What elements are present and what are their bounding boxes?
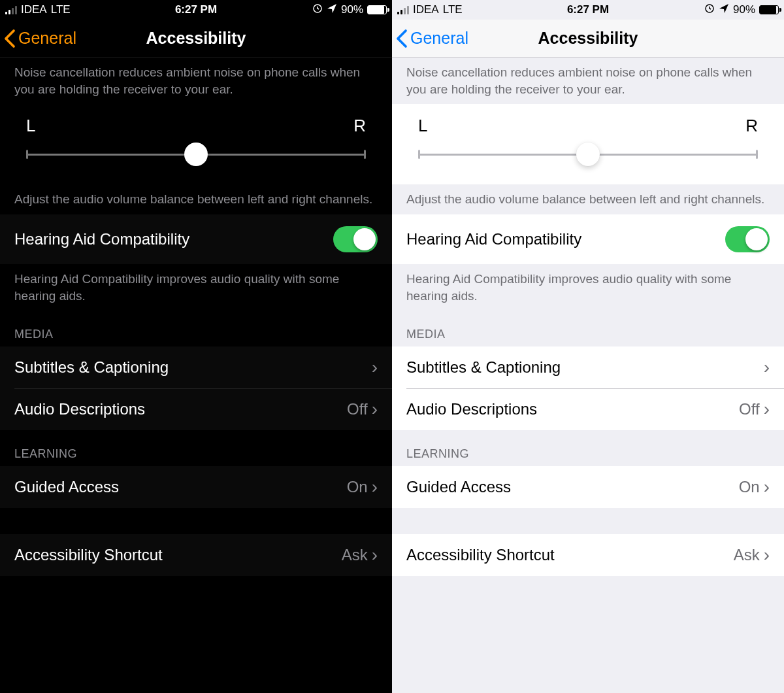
chevron-left-icon (396, 29, 408, 48)
screen-light: IDEA LTE 6:27 PM 90% General Accessibili… (392, 0, 784, 693)
accessibility-shortcut-row[interactable]: Accessibility Shortcut Ask › (0, 534, 392, 576)
hearing-aid-desc: Hearing Aid Compatibility improves audio… (392, 264, 784, 311)
signal-icon (397, 5, 409, 14)
back-button[interactable]: General (4, 20, 76, 57)
back-label: General (18, 29, 76, 48)
section-media: MEDIA (0, 311, 392, 346)
slider-thumb[interactable] (184, 143, 208, 166)
chevron-right-icon: › (372, 546, 378, 564)
battery-pct: 90% (341, 3, 363, 16)
carrier-label: IDEA (413, 3, 439, 16)
guided-access-row[interactable]: Guided Access On › (392, 466, 784, 508)
location-icon (719, 3, 729, 17)
slider-right-label: R (353, 116, 366, 136)
balance-slider-cell: L R (0, 104, 392, 184)
hearing-aid-toggle[interactable] (333, 226, 378, 252)
shortcut-value: Ask (342, 546, 368, 564)
chevron-right-icon: › (372, 358, 378, 377)
chevron-right-icon: › (764, 358, 770, 377)
audio-descriptions-row[interactable]: Audio Descriptions Off › (392, 388, 784, 430)
subtitles-label: Subtitles & Captioning (14, 358, 372, 377)
network-label: LTE (51, 3, 71, 16)
slider-right-label: R (745, 116, 758, 136)
slider-thumb[interactable] (576, 143, 600, 166)
nav-bar: General Accessibility (392, 20, 784, 58)
audio-desc-label: Audio Descriptions (406, 400, 739, 418)
audio-desc-label: Audio Descriptions (14, 400, 347, 418)
orientation-lock-icon (704, 3, 715, 17)
chevron-right-icon: › (372, 478, 378, 496)
slider-left-label: L (418, 116, 427, 136)
status-bar: IDEA LTE 6:27 PM 90% (0, 0, 392, 20)
balance-slider[interactable] (418, 141, 758, 167)
screen-dark: IDEA LTE 6:27 PM 90% General Accessibili… (0, 0, 392, 693)
hearing-aid-label: Hearing Aid Compatibility (14, 230, 333, 248)
section-media: MEDIA (392, 311, 784, 346)
status-bar: IDEA LTE 6:27 PM 90% (392, 0, 784, 20)
hearing-aid-toggle[interactable] (725, 226, 770, 252)
balance-slider[interactable] (26, 141, 366, 167)
location-icon (327, 3, 337, 17)
nav-bar: General Accessibility (0, 20, 392, 58)
shortcut-label: Accessibility Shortcut (406, 546, 734, 564)
subtitles-row[interactable]: Subtitles & Captioning › (392, 346, 784, 388)
balance-desc: Adjust the audio volume balance between … (392, 184, 784, 214)
slider-left-label: L (26, 116, 35, 136)
shortcut-label: Accessibility Shortcut (14, 546, 342, 564)
chevron-right-icon: › (764, 546, 770, 564)
battery-pct: 90% (733, 3, 755, 16)
carrier-label: IDEA (21, 3, 47, 16)
subtitles-row[interactable]: Subtitles & Captioning › (0, 346, 392, 388)
guided-value: On (347, 478, 368, 496)
guided-label: Guided Access (406, 478, 739, 496)
page-title: Accessibility (538, 29, 638, 48)
hearing-aid-desc: Hearing Aid Compatibility improves audio… (0, 264, 392, 311)
hearing-aid-row[interactable]: Hearing Aid Compatibility (0, 214, 392, 264)
noise-cancel-desc: Noise cancellation reduces ambient noise… (392, 58, 784, 104)
guided-value: On (739, 478, 760, 496)
audio-descriptions-row[interactable]: Audio Descriptions Off › (0, 388, 392, 430)
noise-cancel-desc: Noise cancellation reduces ambient noise… (0, 58, 392, 104)
balance-desc: Adjust the audio volume balance between … (0, 184, 392, 214)
chevron-left-icon (4, 29, 16, 48)
audio-desc-value: Off (347, 400, 368, 418)
hearing-aid-label: Hearing Aid Compatibility (406, 230, 725, 248)
shortcut-value: Ask (734, 546, 760, 564)
chevron-right-icon: › (764, 400, 770, 418)
chevron-right-icon: › (372, 400, 378, 418)
section-learning: LEARNING (0, 430, 392, 466)
signal-icon (5, 5, 17, 14)
settings-scroll[interactable]: Noise cancellation reduces ambient noise… (392, 58, 784, 693)
hearing-aid-row[interactable]: Hearing Aid Compatibility (392, 214, 784, 264)
subtitles-label: Subtitles & Captioning (406, 358, 764, 377)
chevron-right-icon: › (764, 478, 770, 496)
guided-label: Guided Access (14, 478, 347, 496)
back-button[interactable]: General (396, 20, 468, 57)
battery-icon (759, 5, 779, 14)
page-title: Accessibility (146, 29, 246, 48)
audio-desc-value: Off (739, 400, 760, 418)
back-label: General (410, 29, 468, 48)
accessibility-shortcut-row[interactable]: Accessibility Shortcut Ask › (392, 534, 784, 576)
network-label: LTE (443, 3, 463, 16)
section-learning: LEARNING (392, 430, 784, 466)
orientation-lock-icon (312, 3, 323, 17)
balance-slider-cell: L R (392, 104, 784, 184)
guided-access-row[interactable]: Guided Access On › (0, 466, 392, 508)
battery-icon (367, 5, 387, 14)
settings-scroll[interactable]: Noise cancellation reduces ambient noise… (0, 58, 392, 693)
